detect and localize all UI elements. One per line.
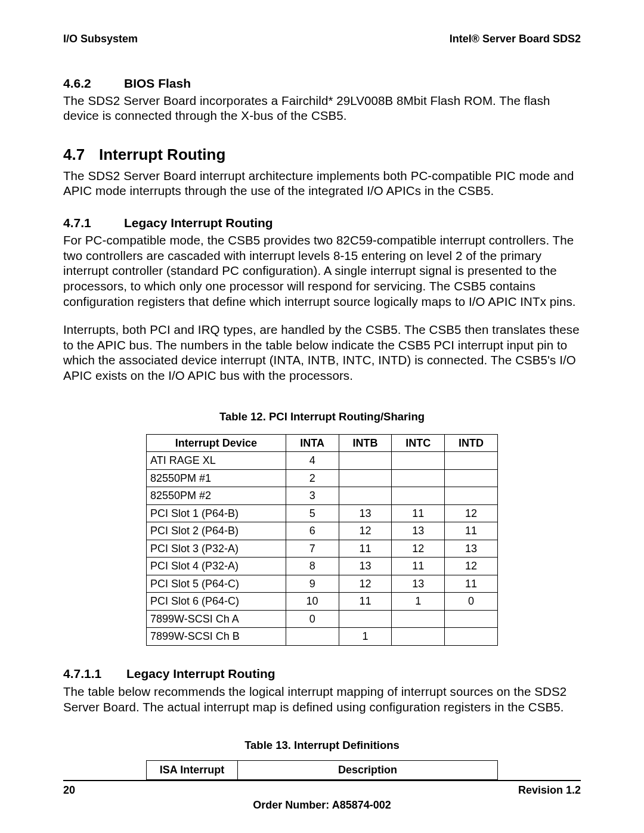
table-row: PCI Slot 2 (P64-B)6121311 xyxy=(147,522,498,540)
interrupt-definitions-table: ISA Interrupt Description xyxy=(146,760,498,780)
table-13-caption: Table 13. Interrupt Definitions xyxy=(63,738,581,752)
cell-intd xyxy=(445,610,498,628)
col-header-intd: INTD xyxy=(445,434,498,452)
col-header-device: Interrupt Device xyxy=(147,434,286,452)
cell-inta xyxy=(286,628,339,646)
cell-intb xyxy=(339,452,392,470)
table-row: PCI Slot 3 (P32-A)7111213 xyxy=(147,540,498,558)
section-number: 4.7.1 xyxy=(63,215,124,231)
table-row: PCI Slot 1 (P64-B)5131112 xyxy=(147,504,498,522)
cell-intc xyxy=(392,452,445,470)
cell-intb: 12 xyxy=(339,575,392,593)
cell-device: 7899W-SCSI Ch B xyxy=(147,628,286,646)
cell-device: PCI Slot 3 (P32-A) xyxy=(147,540,286,558)
page-number: 20 xyxy=(63,784,75,797)
cell-intb: 12 xyxy=(339,522,392,540)
table-row: PCI Slot 6 (P64-C)101110 xyxy=(147,593,498,611)
cell-intb xyxy=(339,610,392,628)
col-header-description: Description xyxy=(238,761,498,780)
paragraph: The table below recommends the logical i… xyxy=(63,684,581,714)
cell-intc: 12 xyxy=(392,540,445,558)
cell-intd xyxy=(445,452,498,470)
cell-intc: 1 xyxy=(392,593,445,611)
cell-device: PCI Slot 1 (P64-B) xyxy=(147,504,286,522)
table-12-caption: Table 12. PCI Interrupt Routing/Sharing xyxy=(63,410,581,423)
cell-intd: 12 xyxy=(445,504,498,522)
cell-intb: 1 xyxy=(339,628,392,646)
cell-intb: 11 xyxy=(339,540,392,558)
cell-inta: 9 xyxy=(286,575,339,593)
header-right: Intel® Server Board SDS2 xyxy=(450,32,581,46)
heading-4-7-1-1: 4.7.1.1Legacy Interrupt Routing xyxy=(63,666,581,682)
cell-inta: 2 xyxy=(286,469,339,487)
cell-intc: 13 xyxy=(392,522,445,540)
cell-intc: 13 xyxy=(392,575,445,593)
section-number: 4.7.1.1 xyxy=(63,666,126,682)
pci-interrupt-table: Interrupt Device INTA INTB INTC INTD ATI… xyxy=(146,434,498,646)
header-left: I/O Subsystem xyxy=(63,32,138,46)
col-header-inta: INTA xyxy=(286,434,339,452)
cell-inta: 8 xyxy=(286,558,339,575)
heading-4-6-2: 4.6.2BIOS Flash xyxy=(63,76,581,91)
table-header-row: ISA Interrupt Description xyxy=(147,761,498,780)
col-header-isa-interrupt: ISA Interrupt xyxy=(147,761,238,780)
cell-intc xyxy=(392,610,445,628)
cell-device: PCI Slot 2 (P64-B) xyxy=(147,522,286,540)
cell-intb: 13 xyxy=(339,504,392,522)
cell-intd: 0 xyxy=(445,593,498,611)
table-row: PCI Slot 4 (P32-A)8131112 xyxy=(147,558,498,575)
section-number: 4.6.2 xyxy=(63,76,124,91)
section-title: Interrupt Routing xyxy=(99,145,225,163)
section-number: 4.7 xyxy=(63,145,99,165)
cell-device: 82550PM #2 xyxy=(147,487,286,505)
cell-device: PCI Slot 4 (P32-A) xyxy=(147,558,286,575)
cell-intd xyxy=(445,628,498,646)
cell-inta: 0 xyxy=(286,610,339,628)
cell-intc: 11 xyxy=(392,558,445,575)
table-row: PCI Slot 5 (P64-C)9121311 xyxy=(147,575,498,593)
cell-intc xyxy=(392,487,445,505)
table-row: 82550PM #12 xyxy=(147,469,498,487)
heading-4-7: 4.7Interrupt Routing xyxy=(63,145,581,165)
section-title: Legacy Interrupt Routing xyxy=(124,216,273,230)
cell-intd: 12 xyxy=(445,558,498,575)
paragraph: Interrupts, both PCI and IRQ types, are … xyxy=(63,322,581,383)
paragraph: The SDS2 Server Board interrupt architec… xyxy=(63,168,581,199)
cell-inta: 3 xyxy=(286,487,339,505)
table-row: ATI RAGE XL4 xyxy=(147,452,498,470)
col-header-intc: INTC xyxy=(392,434,445,452)
cell-inta: 5 xyxy=(286,504,339,522)
document-page: I/O Subsystem Intel® Server Board SDS2 4… xyxy=(0,0,644,833)
cell-intc xyxy=(392,469,445,487)
section-title: BIOS Flash xyxy=(124,76,191,90)
paragraph: For PC-compatible mode, the CSB5 provide… xyxy=(63,233,581,309)
cell-inta: 10 xyxy=(286,593,339,611)
cell-device: 7899W-SCSI Ch A xyxy=(147,610,286,628)
page-footer: 20 Revision 1.2 Order Number: A85874-002 xyxy=(63,780,581,812)
cell-device: 82550PM #1 xyxy=(147,469,286,487)
cell-intd: 13 xyxy=(445,540,498,558)
section-title: Legacy Interrupt Routing xyxy=(126,667,275,680)
cell-intd xyxy=(445,487,498,505)
heading-4-7-1: 4.7.1Legacy Interrupt Routing xyxy=(63,215,581,231)
table-row: 7899W-SCSI Ch A0 xyxy=(147,610,498,628)
cell-intd: 11 xyxy=(445,522,498,540)
table-row: 7899W-SCSI Ch B1 xyxy=(147,628,498,646)
cell-inta: 6 xyxy=(286,522,339,540)
revision-label: Revision 1.2 xyxy=(518,784,581,797)
cell-inta: 4 xyxy=(286,452,339,470)
order-number: Order Number: A85874-002 xyxy=(63,798,581,812)
cell-intb xyxy=(339,469,392,487)
col-header-intb: INTB xyxy=(339,434,392,452)
cell-intc xyxy=(392,628,445,646)
cell-intb: 11 xyxy=(339,593,392,611)
cell-intd: 11 xyxy=(445,575,498,593)
cell-device: PCI Slot 5 (P64-C) xyxy=(147,575,286,593)
cell-inta: 7 xyxy=(286,540,339,558)
table-header-row: Interrupt Device INTA INTB INTC INTD xyxy=(147,434,498,452)
cell-device: PCI Slot 6 (P64-C) xyxy=(147,593,286,611)
cell-intb xyxy=(339,487,392,505)
cell-intb: 13 xyxy=(339,558,392,575)
cell-intc: 11 xyxy=(392,504,445,522)
cell-device: ATI RAGE XL xyxy=(147,452,286,470)
